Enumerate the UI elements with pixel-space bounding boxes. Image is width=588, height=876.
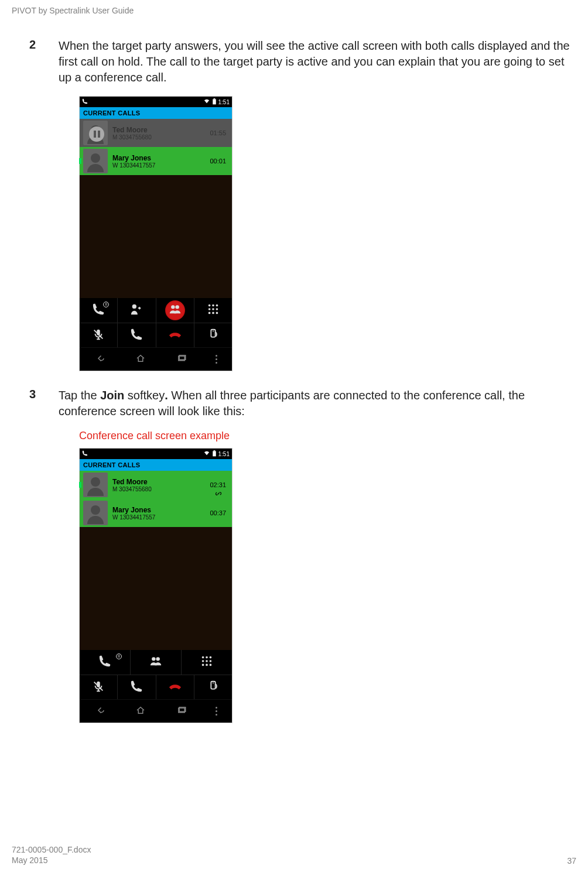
conference-call-row-1[interactable]: Ted Moore M 3034755680 02:31	[80, 471, 232, 499]
mute-softkey[interactable]	[80, 675, 118, 699]
active-call-row[interactable]: Mary Jones W 13034417557 00:01	[80, 147, 232, 175]
status-left	[82, 98, 88, 105]
status-right: 1:51	[203, 450, 230, 458]
menu-button[interactable]	[216, 707, 218, 716]
dialpad-icon	[200, 655, 213, 670]
footer-page-number: 37	[567, 856, 576, 865]
text-fragment: Tap the	[59, 389, 100, 402]
svg-point-9	[212, 308, 214, 310]
back-button[interactable]	[94, 353, 107, 366]
avatar	[83, 501, 108, 525]
held-call-row[interactable]: Ted Moore M 3034755680 01:55	[80, 119, 232, 147]
bold-softkey-name: Join	[100, 389, 124, 402]
endcall-softkey[interactable]	[156, 323, 194, 347]
svg-point-12	[212, 312, 214, 314]
svg-point-31	[206, 664, 208, 666]
transfer-softkey[interactable]	[118, 298, 156, 323]
handset-icon	[130, 328, 143, 343]
hangup-icon	[169, 328, 182, 343]
footer-left: 721-0005-000_F.docx May 2015	[12, 844, 91, 865]
home-button[interactable]	[134, 705, 147, 718]
svg-point-26	[210, 656, 212, 659]
svg-point-3	[171, 305, 175, 309]
svg-point-32	[210, 664, 212, 666]
call-timer: 00:37	[210, 509, 226, 516]
conference-icon	[149, 655, 162, 670]
hold-softkey[interactable]: II	[80, 650, 131, 675]
svg-point-22	[152, 657, 155, 661]
join-softkey[interactable]	[156, 298, 194, 323]
svg-point-4	[175, 305, 179, 309]
svg-point-7	[216, 304, 218, 307]
mute-softkey[interactable]	[80, 323, 118, 347]
footer-doc: 721-0005-000_F.docx	[12, 844, 91, 855]
caller-name: Ted Moore	[112, 478, 210, 486]
svg-point-6	[212, 304, 214, 307]
hold-softkey[interactable]: II	[80, 298, 118, 323]
screenshot-active-call: 1:51 CURRENT CALLS Ted Moore M 303475568…	[79, 96, 570, 371]
caller-number: W 13034417557	[112, 162, 210, 169]
text-fragment: softkey	[124, 389, 165, 402]
avatar	[83, 121, 108, 145]
mute-icon	[92, 328, 105, 343]
svg-point-36	[213, 682, 214, 683]
svg-point-13	[216, 312, 218, 314]
status-left	[82, 450, 88, 457]
svg-point-8	[208, 308, 211, 310]
dialpad-softkey[interactable]	[182, 650, 232, 675]
speaker-icon	[207, 328, 220, 343]
audio-softkey[interactable]	[118, 675, 156, 699]
link-icon	[216, 491, 221, 498]
current-calls-banner: CURRENT CALLS	[80, 107, 232, 119]
phone-status-icon	[82, 98, 88, 105]
svg-point-11	[208, 312, 211, 314]
conference-call-row-2[interactable]: Mary Jones W 13034417557 00:37	[80, 499, 232, 527]
avatar	[83, 473, 108, 497]
svg-point-27	[202, 660, 204, 662]
pause-icon	[89, 126, 104, 142]
caller-name: Mary Jones	[112, 506, 210, 514]
figure-caption: Conference call screen example	[79, 430, 570, 442]
badge-icon: II	[116, 653, 122, 659]
back-button[interactable]	[94, 705, 107, 718]
svg-point-17	[213, 330, 214, 331]
svg-point-23	[156, 657, 159, 661]
caller-number: W 13034417557	[112, 514, 210, 521]
nav-bar	[80, 347, 232, 371]
active-indicator	[79, 158, 81, 164]
clock-text: 1:51	[218, 451, 230, 457]
endcall-softkey[interactable]	[156, 675, 194, 699]
home-button[interactable]	[134, 353, 147, 366]
dialpad-icon	[207, 303, 220, 318]
mute-icon	[92, 680, 105, 695]
svg-point-5	[208, 304, 211, 307]
step-2: 2 When the target party answers, you wil…	[29, 38, 570, 85]
speaker-softkey[interactable]	[194, 675, 232, 699]
screenshot-conference: 1:51 CURRENT CALLS Ted Moore M 303475568…	[79, 448, 570, 723]
recent-button[interactable]	[175, 705, 188, 718]
step-number: 2	[29, 38, 59, 85]
footer-date: May 2015	[12, 855, 91, 865]
svg-point-29	[210, 660, 212, 662]
clock-text: 1:51	[218, 99, 230, 105]
call-timer: 01:55	[210, 129, 226, 136]
audio-softkey[interactable]	[118, 323, 156, 347]
handset-icon	[130, 680, 143, 695]
running-header: PIVOT by Spectralink User Guide	[12, 6, 134, 15]
dialpad-softkey[interactable]	[194, 298, 232, 323]
conference-softkey[interactable]	[131, 650, 182, 675]
hangup-icon	[169, 680, 182, 695]
avatar	[83, 149, 108, 173]
call-timer: 00:01	[210, 158, 226, 165]
menu-button[interactable]	[216, 355, 218, 364]
recent-button[interactable]	[175, 353, 188, 366]
svg-rect-0	[213, 99, 216, 104]
step-number: 3	[29, 388, 59, 419]
speaker-softkey[interactable]	[194, 323, 232, 347]
status-bar: 1:51	[80, 449, 232, 459]
phone-hold-icon	[98, 655, 111, 670]
conference-icon	[169, 303, 182, 318]
step-3: 3 Tap the Join softkey. When all three p…	[29, 388, 570, 419]
svg-point-10	[216, 308, 218, 310]
svg-point-24	[202, 656, 204, 659]
